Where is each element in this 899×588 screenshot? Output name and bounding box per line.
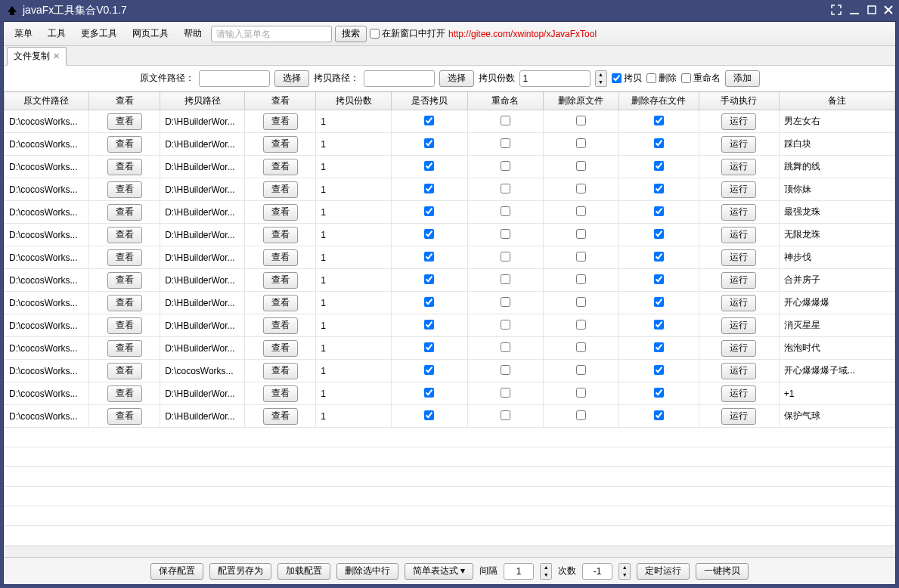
table-row[interactable]: D:\cocosWorks...查看D:\HBuilderWor...查看1运行… (5, 110, 895, 133)
column-header[interactable]: 重命名 (467, 92, 543, 110)
delete-src-checkbox[interactable] (576, 342, 586, 352)
delete-exist-checkbox[interactable] (654, 274, 664, 284)
fullscreen-icon[interactable] (831, 5, 842, 17)
expression-button[interactable]: 简单表达式 ▾ (405, 563, 473, 580)
view-src-button[interactable]: 查看 (107, 227, 142, 243)
timer-run-button[interactable]: 定时运行 (637, 563, 690, 580)
view-src-button[interactable]: 查看 (107, 408, 142, 425)
search-button[interactable]: 搜索 (335, 26, 367, 42)
delete-checkbox[interactable]: 删除 (646, 72, 677, 85)
rename-checkbox[interactable] (501, 116, 510, 125)
rename-checkbox[interactable] (501, 342, 510, 352)
rename-checkbox[interactable] (501, 229, 510, 239)
column-header[interactable]: 原文件路径 (5, 92, 89, 110)
rename-checkbox[interactable] (501, 161, 510, 171)
view-src-button[interactable]: 查看 (107, 385, 142, 402)
view-src-button[interactable]: 查看 (107, 249, 142, 266)
project-link[interactable]: http://gitee.com/xwintop/xJavaFxTool (448, 29, 597, 39)
delete-exist-checkbox[interactable] (654, 184, 664, 193)
view-src-button[interactable]: 查看 (107, 181, 142, 198)
dst-select-button[interactable]: 选择 (439, 70, 474, 87)
column-header[interactable]: 备注 (779, 92, 894, 110)
search-input[interactable] (211, 26, 332, 42)
maximize-icon[interactable] (867, 5, 876, 17)
delete-src-checkbox[interactable] (576, 274, 586, 284)
table-row[interactable]: D:\cocosWorks...查看D:\HBuilderWor...查看1运行… (5, 178, 895, 201)
column-header[interactable]: 查看 (245, 92, 316, 110)
rename-checkbox[interactable] (501, 138, 510, 148)
copy-checkbox[interactable] (424, 342, 434, 352)
menu-item[interactable]: 工具 (42, 24, 72, 43)
copy-checkbox[interactable] (424, 184, 434, 193)
run-button[interactable]: 运行 (721, 181, 756, 198)
delete-exist-checkbox[interactable] (654, 206, 664, 216)
src-select-button[interactable]: 选择 (274, 70, 309, 87)
run-button[interactable]: 运行 (721, 317, 756, 334)
copy-all-button[interactable]: 一键拷贝 (696, 563, 749, 580)
table-row[interactable]: D:\cocosWorks...查看D:\HBuilderWor...查看1运行… (5, 201, 895, 224)
delete-src-checkbox[interactable] (576, 365, 586, 375)
times-input[interactable] (582, 563, 612, 580)
run-button[interactable]: 运行 (721, 136, 756, 153)
save-config-as-button[interactable]: 配置另存为 (209, 563, 271, 580)
view-dst-button[interactable]: 查看 (263, 340, 298, 357)
rename-checkbox[interactable] (501, 320, 510, 330)
view-dst-button[interactable]: 查看 (263, 317, 298, 334)
rename-checkbox[interactable] (501, 252, 510, 262)
run-button[interactable]: 运行 (721, 227, 756, 243)
delete-exist-checkbox[interactable] (654, 297, 664, 307)
column-header[interactable]: 手动执行 (699, 92, 779, 110)
src-path-input[interactable] (199, 70, 270, 87)
run-button[interactable]: 运行 (721, 363, 756, 379)
save-config-button[interactable]: 保存配置 (150, 563, 203, 580)
delete-exist-checkbox[interactable] (654, 410, 664, 420)
menu-item[interactable]: 帮助 (178, 24, 208, 43)
delete-exist-checkbox[interactable] (654, 342, 664, 352)
minimize-icon[interactable] (849, 5, 860, 17)
run-button[interactable]: 运行 (721, 340, 756, 357)
delete-exist-checkbox[interactable] (654, 229, 664, 239)
delete-exist-checkbox[interactable] (654, 116, 664, 125)
times-spinner[interactable]: ▲▼ (618, 563, 631, 580)
delete-src-checkbox[interactable] (576, 252, 586, 262)
load-config-button[interactable]: 加载配置 (277, 563, 330, 580)
column-header[interactable]: 拷贝份数 (316, 92, 392, 110)
delete-exist-checkbox[interactable] (654, 388, 664, 398)
table-row[interactable]: D:\cocosWorks...查看D:\HBuilderWor...查看1运行… (5, 133, 895, 156)
view-dst-button[interactable]: 查看 (263, 249, 298, 266)
horizontal-scrollbar[interactable] (4, 546, 895, 557)
view-dst-button[interactable]: 查看 (263, 385, 298, 402)
count-spinner[interactable]: ▲▼ (595, 70, 607, 87)
rename-checkbox[interactable] (501, 206, 510, 216)
copy-checkbox[interactable] (424, 388, 434, 398)
rename-checkbox[interactable] (501, 388, 510, 398)
menu-item[interactable]: 更多工具 (75, 24, 123, 43)
interval-spinner[interactable]: ▲▼ (540, 563, 552, 580)
view-dst-button[interactable]: 查看 (263, 227, 298, 243)
copy-checkbox[interactable] (424, 365, 434, 375)
delete-src-checkbox[interactable] (576, 161, 586, 171)
delete-src-checkbox[interactable] (576, 388, 586, 398)
view-dst-button[interactable]: 查看 (263, 204, 298, 221)
run-button[interactable]: 运行 (721, 159, 756, 175)
delete-src-checkbox[interactable] (576, 229, 586, 239)
view-src-button[interactable]: 查看 (107, 113, 142, 130)
copy-checkbox[interactable] (424, 410, 434, 420)
run-button[interactable]: 运行 (721, 408, 756, 425)
run-button[interactable]: 运行 (721, 204, 756, 221)
table-row[interactable]: D:\cocosWorks...查看D:\HBuilderWor...查看1运行… (5, 405, 895, 428)
menu-item[interactable]: 菜单 (8, 24, 39, 43)
table-row[interactable]: D:\cocosWorks...查看D:\HBuilderWor...查看1运行… (5, 337, 895, 360)
copy-count-input[interactable] (519, 70, 591, 87)
view-dst-button[interactable]: 查看 (263, 113, 298, 130)
delete-src-checkbox[interactable] (576, 138, 586, 148)
copy-checkbox[interactable] (424, 297, 434, 307)
view-dst-button[interactable]: 查看 (263, 363, 298, 379)
delete-src-checkbox[interactable] (576, 297, 586, 307)
table-row[interactable]: D:\cocosWorks...查看D:\cocosWorks...查看1运行开… (5, 360, 895, 382)
rename-checkbox[interactable] (501, 184, 510, 193)
column-header[interactable]: 拷贝路径 (160, 92, 245, 110)
interval-input[interactable] (504, 563, 534, 580)
view-dst-button[interactable]: 查看 (263, 181, 298, 198)
add-button[interactable]: 添加 (725, 70, 760, 87)
